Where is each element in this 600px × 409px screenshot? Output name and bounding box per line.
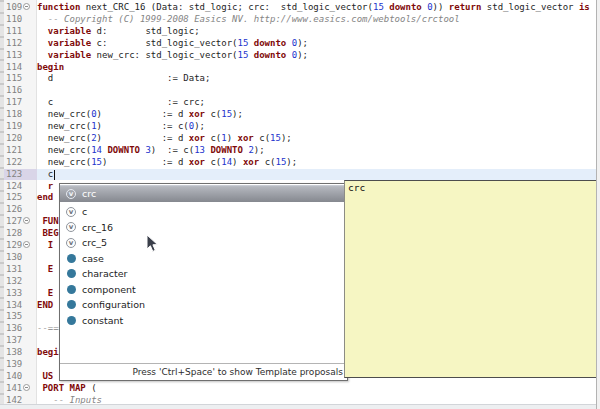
line-number: 121 xyxy=(4,145,37,157)
line-number: 131 xyxy=(4,264,37,276)
line-number: 137 xyxy=(4,335,37,347)
line-number: 112 xyxy=(4,38,37,50)
code-line[interactable]: -- Copyright (C) 1999-2008 Easics NV. ht… xyxy=(37,14,460,26)
completion-info-panel: crc xyxy=(344,180,597,378)
line-number: 139 xyxy=(4,359,37,371)
keyword-icon xyxy=(67,316,76,325)
line-number: 134 xyxy=(4,300,37,312)
code-line[interactable]: d := Data; xyxy=(37,73,210,85)
keyword-icon xyxy=(67,254,76,263)
line-number: 109 xyxy=(4,2,37,14)
code-line[interactable]: new_crc(0) := d xor c(15); xyxy=(37,109,243,121)
completion-item-label: crc_5 xyxy=(82,237,107,248)
code-line[interactable]: end xyxy=(37,192,53,204)
code-line[interactable]: new_crc(2) := d xor c(1) xor c(15); xyxy=(37,133,292,145)
variable-icon: v xyxy=(66,189,76,199)
completion-item-component[interactable]: component xyxy=(60,282,347,298)
completion-status-hint: Press 'Ctrl+Space' to show Template prop… xyxy=(60,363,347,380)
line-number: 117 xyxy=(4,97,37,109)
code-line[interactable]: US xyxy=(37,371,53,383)
code-line[interactable]: function next_CRC_16 (Data: std_logic; c… xyxy=(37,2,590,14)
line-number: 115 xyxy=(4,73,37,85)
variable-icon: v xyxy=(66,222,76,232)
vhdl-editor-window: 1081091101111121131141151161171181191201… xyxy=(0,0,600,409)
line-number: 129 xyxy=(4,240,37,252)
completion-item-label: character xyxy=(82,268,128,279)
keyword-icon xyxy=(67,300,76,309)
text-cursor xyxy=(54,170,55,180)
line-number: 136 xyxy=(4,323,37,335)
line-number: 124 xyxy=(4,181,37,193)
completion-item-label: constant xyxy=(82,315,123,326)
completion-item-constant[interactable]: constant xyxy=(60,313,347,329)
completion-item-crc_16[interactable]: vcrc_16 xyxy=(60,220,347,236)
code-line[interactable]: r xyxy=(37,181,53,193)
fold-collapse-icon[interactable] xyxy=(23,241,30,248)
line-number: 141 xyxy=(4,383,37,395)
code-line[interactable]: new_crc(1) := c(0); xyxy=(37,121,205,133)
code-line[interactable]: I xyxy=(37,240,53,252)
completion-item-configuration[interactable]: configuration xyxy=(60,297,347,313)
line-number: 126 xyxy=(4,204,37,216)
code-line[interactable]: FUN xyxy=(37,216,59,228)
completion-item-c[interactable]: vc xyxy=(60,204,347,220)
completion-item-label: crc_16 xyxy=(82,222,113,233)
fold-collapse-icon[interactable] xyxy=(23,384,30,391)
variable-icon: v xyxy=(66,207,76,217)
completion-item-label: configuration xyxy=(82,299,145,310)
code-line[interactable]: variable d: std_logic; xyxy=(37,26,200,38)
completion-item-label: case xyxy=(82,253,104,264)
line-number: 138 xyxy=(4,347,37,359)
code-line[interactable]: PORT MAP ( xyxy=(37,383,97,395)
completion-item-crc[interactable]: vcrc xyxy=(60,185,347,202)
completion-item-label: component xyxy=(82,284,136,295)
code-line[interactable]: E xyxy=(37,288,53,300)
right-scrollbar-area[interactable] xyxy=(596,0,600,409)
keyword-icon xyxy=(67,269,76,278)
completion-item-crc_5[interactable]: vcrc_5 xyxy=(60,235,347,251)
code-line[interactable]: BEG xyxy=(37,228,59,240)
code-line[interactable]: new_crc(15) := d xor c(14) xor c(15); xyxy=(37,157,297,169)
completion-item-label: c xyxy=(82,206,87,217)
code-line[interactable]: c xyxy=(37,169,53,181)
code-line[interactable]: c := crc; xyxy=(37,97,205,109)
line-number: 130 xyxy=(4,252,37,264)
line-number: 110 xyxy=(4,14,37,26)
line-number: 140 xyxy=(4,371,37,383)
line-number: 133 xyxy=(4,288,37,300)
variable-icon: v xyxy=(66,238,76,248)
line-number: 118 xyxy=(4,109,37,121)
completion-popup: vcrcvcvcrc_16vcrc_5casecharactercomponen… xyxy=(59,183,348,381)
code-line[interactable]: new_crc(14 DOWNTO 3) := c(13 DOWNTO 2); xyxy=(37,145,265,157)
line-number: 122 xyxy=(4,157,37,169)
line-number: 113 xyxy=(4,50,37,62)
bottom-scrollbar-area[interactable] xyxy=(0,404,600,409)
code-line[interactable]: variable new_crc: std_logic_vector(15 do… xyxy=(37,50,308,62)
line-number: 135 xyxy=(4,311,37,323)
line-number: 125 xyxy=(4,192,37,204)
completion-item-label: crc xyxy=(82,188,96,199)
fold-collapse-icon[interactable] xyxy=(23,3,30,10)
code-line[interactable]: variable c: std_logic_vector(15 downto 0… xyxy=(37,38,308,50)
line-number: 116 xyxy=(4,85,37,97)
code-line[interactable]: END xyxy=(37,300,53,312)
completion-item-case[interactable]: case xyxy=(60,251,347,267)
code-line[interactable]: E xyxy=(37,264,53,276)
line-number: 128 xyxy=(4,228,37,240)
fold-collapse-icon[interactable] xyxy=(23,217,30,224)
line-number: 120 xyxy=(4,133,37,145)
mouse-cursor xyxy=(146,234,159,253)
code-line[interactable]: begin xyxy=(37,62,64,74)
line-number-gutter: 1081091101111121131141151161171181191201… xyxy=(4,0,37,409)
keyword-icon xyxy=(67,285,76,294)
line-number: 119 xyxy=(4,121,37,133)
line-number: 111 xyxy=(4,26,37,38)
completion-item-character[interactable]: character xyxy=(60,266,347,282)
line-number: 123 xyxy=(4,169,37,181)
line-number: 132 xyxy=(4,276,37,288)
line-number: 127 xyxy=(4,216,37,228)
line-number: 114 xyxy=(4,62,37,74)
